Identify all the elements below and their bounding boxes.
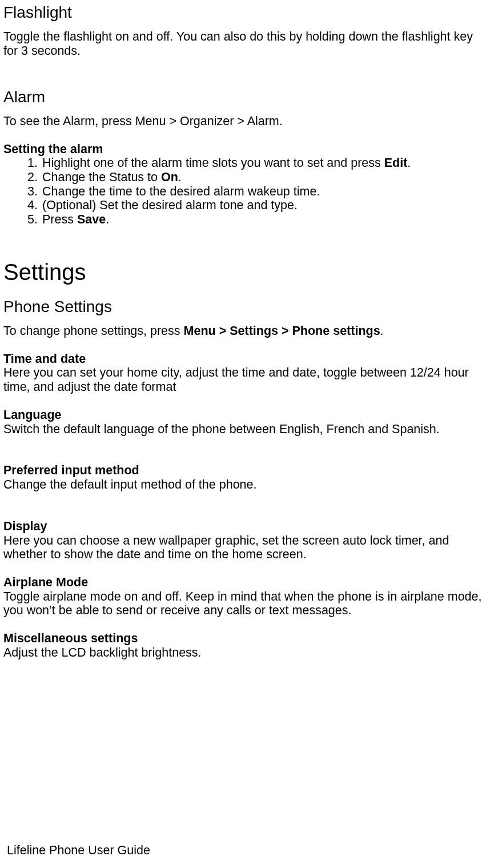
step-text: Change the time to the desired alarm wak… [42, 185, 320, 198]
step-text: Highlight one of the alarm time slots yo… [42, 156, 384, 170]
step-text: . [106, 213, 109, 226]
misc-heading: Miscellaneous settings [3, 631, 487, 646]
phone-settings-intro: To change phone settings, press Menu > S… [3, 324, 487, 338]
alarm-setting-heading: Setting the alarm [3, 142, 487, 157]
list-item: Press Save. [41, 213, 487, 227]
display-body: Here you can choose a new wallpaper grap… [3, 534, 487, 562]
phone-settings-heading: Phone Settings [3, 298, 487, 316]
language-body: Switch the default language of the phone… [3, 422, 487, 437]
list-item: (Optional) Set the desired alarm tone an… [41, 198, 487, 213]
list-item: Change the time to the desired alarm wak… [41, 185, 487, 199]
settings-heading: Settings [3, 259, 487, 285]
step-text: Change the Status to [42, 170, 161, 184]
step-text: . [407, 156, 411, 170]
time-date-heading: Time and date [3, 352, 487, 366]
intro-bold: Menu > Settings > Phone settings [184, 324, 380, 338]
airplane-heading: Airplane Mode [3, 575, 487, 590]
flashlight-heading: Flashlight [3, 3, 487, 22]
list-item: Highlight one of the alarm time slots yo… [41, 156, 487, 170]
step-text: Press [42, 213, 77, 226]
alarm-heading: Alarm [3, 88, 487, 106]
alarm-intro: To see the Alarm, press Menu > Organizer… [3, 114, 487, 129]
language-heading: Language [3, 408, 487, 422]
footer-text: Lifeline Phone User Guide [7, 843, 150, 858]
alarm-steps-list: Highlight one of the alarm time slots yo… [3, 156, 487, 227]
misc-body: Adjust the LCD backlight brightness. [3, 646, 487, 660]
input-method-body: Change the default input method of the p… [3, 478, 487, 492]
airplane-body: Toggle airplane mode on and off. Keep in… [3, 590, 487, 618]
intro-text: To change phone settings, press [3, 324, 184, 338]
display-heading: Display [3, 519, 487, 534]
flashlight-body: Toggle the flashlight on and off. You ca… [3, 30, 487, 58]
step-bold: On [161, 170, 178, 184]
list-item: Change the Status to On. [41, 170, 487, 185]
step-text: . [178, 170, 182, 184]
intro-text: . [380, 324, 384, 338]
step-bold: Edit [384, 156, 408, 170]
step-bold: Save [77, 213, 106, 226]
step-text: (Optional) Set the desired alarm tone an… [42, 198, 298, 212]
input-method-heading: Preferred input method [3, 463, 487, 478]
time-date-body: Here you can set your home city, adjust … [3, 366, 487, 394]
